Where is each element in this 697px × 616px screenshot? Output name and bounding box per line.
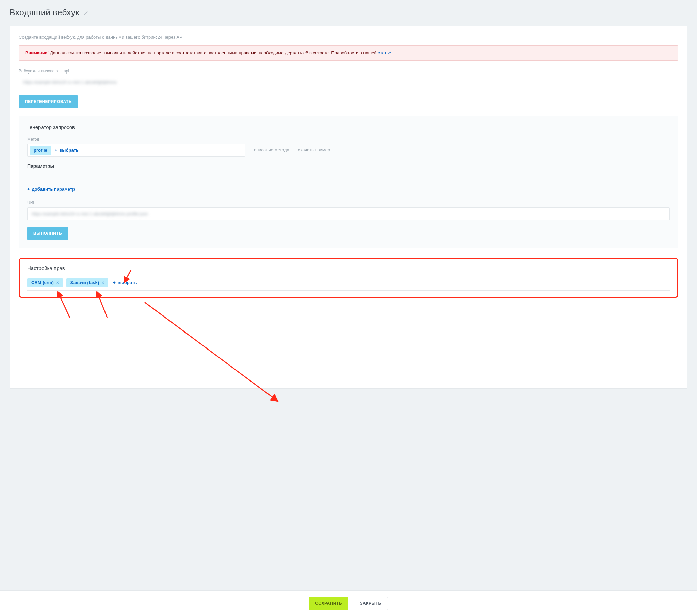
url-field[interactable]: https example bitrix24 ru rest 1 abcdefg… [27, 207, 670, 220]
alert-strong: Внимание! [25, 50, 49, 56]
method-label: Метод [27, 137, 670, 142]
close-icon[interactable]: × [57, 280, 59, 285]
close-button[interactable]: ЗАКРЫТЬ [354, 597, 388, 610]
execute-button[interactable]: ВЫПОЛНИТЬ [27, 227, 68, 240]
plus-icon: + [113, 280, 116, 285]
page-title-text: Входящий вебхук [10, 8, 79, 17]
rights-select-label: выбрать [118, 280, 137, 285]
plus-icon: + [55, 148, 58, 153]
close-icon[interactable]: × [102, 280, 104, 285]
webhook-label: Вебхук для вызова rest api [19, 69, 678, 74]
rights-heading: Настройка прав [27, 265, 670, 271]
download-example-link[interactable]: скачать пример [298, 147, 330, 153]
rights-chip-task[interactable]: Задачи (task) × [66, 278, 108, 287]
edit-icon[interactable] [84, 8, 88, 17]
warning-alert: Внимание! Данная ссылка позволяет выполн… [19, 45, 678, 61]
url-masked: https example bitrix24 ru rest 1 abcdefg… [32, 211, 148, 217]
generator-panel: Генератор запросов Метод profile + выбра… [19, 116, 678, 248]
rights-chip-row: CRM (crm) × Задачи (task) × + выбрать [27, 276, 670, 291]
divider [27, 179, 670, 179]
method-input[interactable]: profile + выбрать [27, 144, 245, 157]
intro-text: Создайте входящий вебхук, для работы с д… [19, 35, 678, 40]
rights-select-link[interactable]: + выбрать [113, 280, 137, 285]
method-description-link[interactable]: описание метода [254, 147, 289, 153]
webhook-url-masked: https example bitrix24 ru rest 1 abcdefg… [23, 79, 117, 85]
generator-heading: Генератор запросов [27, 124, 670, 130]
webhook-url-field[interactable]: https example bitrix24 ru rest 1 abcdefg… [19, 76, 678, 88]
main-panel: Создайте входящий вебхук, для работы с д… [10, 26, 687, 388]
rights-chip-crm[interactable]: CRM (crm) × [27, 278, 63, 287]
rights-chip-task-label: Задачи (task) [71, 280, 99, 285]
method-chip[interactable]: profile [30, 146, 51, 155]
plus-icon: + [27, 187, 30, 192]
add-param-link[interactable]: + добавить параметр [27, 187, 75, 192]
save-button[interactable]: СОХРАНИТЬ [309, 597, 348, 610]
params-heading: Параметры [27, 163, 670, 169]
method-select-label: выбрать [59, 148, 79, 153]
alert-body: Данная ссылка позволяет выполнять действ… [49, 50, 378, 56]
method-select-link[interactable]: + выбрать [55, 148, 79, 153]
rights-panel: Настройка прав CRM (crm) × Задачи (task)… [19, 258, 678, 298]
method-chip-label: profile [34, 148, 47, 153]
page-title: Входящий вебхук [10, 8, 687, 17]
url-label: URL [27, 201, 670, 205]
footer-bar: СОХРАНИТЬ ЗАКРЫТЬ [0, 590, 697, 616]
add-param-label: добавить параметр [32, 187, 75, 192]
rights-chip-crm-label: CRM (crm) [31, 280, 54, 285]
alert-tail: . [391, 50, 393, 56]
regenerate-button[interactable]: ПЕРЕГЕНЕРИРОВАТЬ [19, 95, 78, 108]
alert-link[interactable]: статье [378, 50, 391, 56]
